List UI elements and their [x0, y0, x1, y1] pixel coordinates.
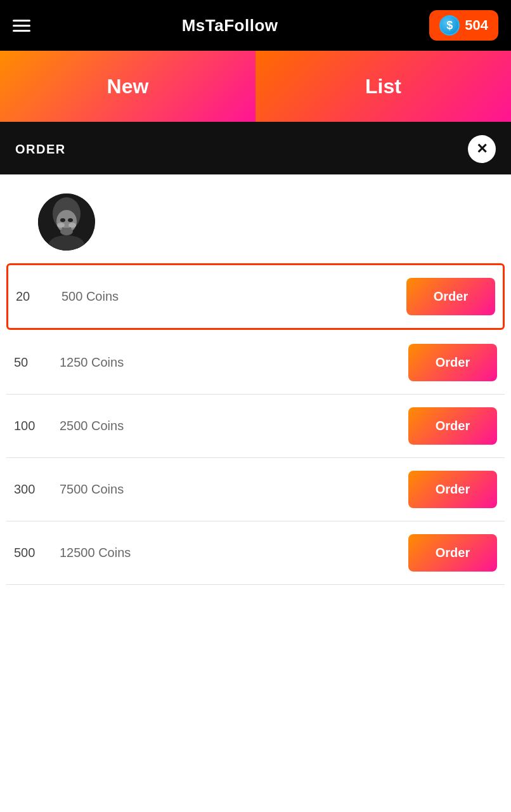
svg-point-3: [57, 223, 65, 228]
order-button[interactable]: Order: [408, 534, 497, 572]
order-coins: 2500 Coins: [60, 419, 401, 433]
order-coins: 1250 Coins: [60, 355, 401, 370]
menu-icon[interactable]: [13, 20, 30, 32]
svg-point-5: [60, 218, 65, 222]
app-header: MsTaFollow $ 504: [0, 0, 511, 51]
coin-count: 504: [465, 17, 488, 34]
order-button[interactable]: Order: [408, 344, 497, 381]
order-qty: 500: [14, 546, 52, 560]
avatar-section: [0, 174, 511, 263]
order-qty: 300: [14, 482, 52, 497]
order-row: 50012500 CoinsOrder: [6, 521, 505, 585]
coin-icon: $: [439, 15, 460, 36]
order-row: 20500 CoinsOrder: [6, 263, 505, 330]
order-title: ORDER: [15, 142, 66, 157]
tab-bar: New List: [0, 51, 511, 124]
order-row: 3007500 CoinsOrder: [6, 458, 505, 521]
order-qty: 20: [16, 289, 54, 304]
order-row: 501250 CoinsOrder: [6, 331, 505, 395]
order-button[interactable]: Order: [408, 407, 497, 445]
svg-point-4: [68, 223, 76, 228]
order-button[interactable]: Order: [406, 278, 495, 315]
order-button[interactable]: Order: [408, 471, 497, 508]
tab-list-button[interactable]: List: [256, 51, 511, 122]
order-coins: 500 Coins: [61, 289, 399, 304]
order-qty: 100: [14, 419, 52, 433]
order-coins: 12500 Coins: [60, 546, 401, 560]
avatar-image: [38, 193, 95, 251]
app-title: MsTaFollow: [182, 16, 278, 36]
order-row: 1002500 CoinsOrder: [6, 395, 505, 458]
user-avatar: [38, 193, 95, 251]
order-coins: 7500 Coins: [60, 482, 401, 497]
orders-list: 20500 CoinsOrder501250 CoinsOrder1002500…: [0, 263, 511, 585]
svg-point-6: [68, 218, 73, 222]
order-section-header: ORDER ✕: [0, 124, 511, 174]
svg-point-7: [60, 228, 73, 235]
coins-display[interactable]: $ 504: [429, 10, 498, 41]
order-qty: 50: [14, 355, 52, 370]
tab-new-button[interactable]: New: [0, 51, 256, 122]
close-button[interactable]: ✕: [468, 135, 496, 163]
